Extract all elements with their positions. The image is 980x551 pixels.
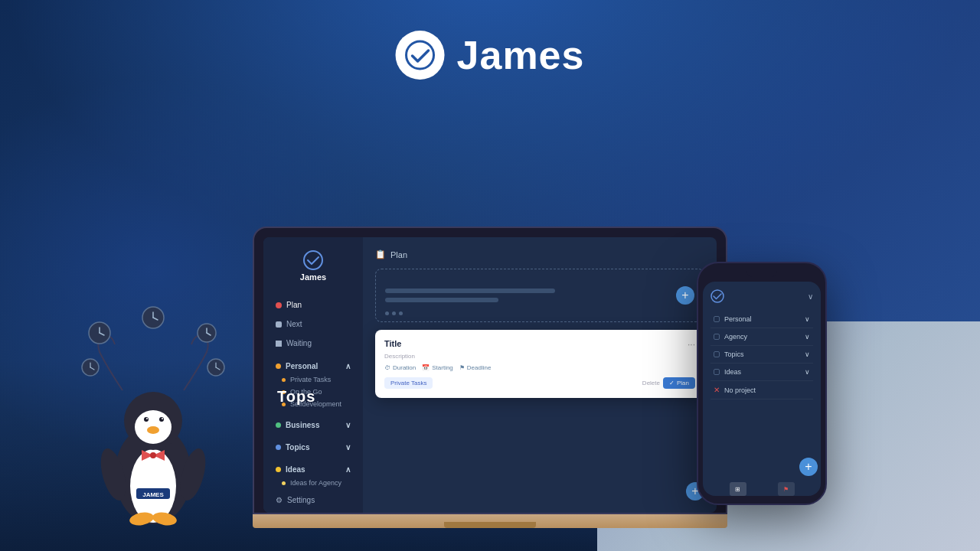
- phone-topics-chevron: ∨: [805, 350, 810, 358]
- phone-nav-menu[interactable]: ⚑: [778, 482, 795, 496]
- delete-button[interactable]: Delete: [642, 377, 660, 389]
- penguin-body: JAMES: [92, 344, 214, 536]
- phone-menu-icon: ⚑: [783, 486, 789, 493]
- app-header: James: [396, 31, 585, 80]
- sidebar-topics-label: Topics: [286, 443, 309, 452]
- task-dots: [385, 311, 403, 315]
- private-tasks-button[interactable]: Private Tasks: [384, 377, 433, 389]
- task-line-1: [385, 289, 555, 293]
- sidebar-item-plan[interactable]: Plan: [270, 297, 357, 313]
- sidebar-settings-label: Settings: [287, 496, 315, 504]
- task-dot-1: [385, 311, 389, 315]
- plan-check-icon: ✓: [669, 380, 675, 386]
- sidebar-business-header[interactable]: Business ∨: [270, 418, 357, 432]
- laptop-container: James Plan Next ≡ Waiting: [253, 227, 727, 528]
- phone-ideas-checkbox: [714, 369, 720, 375]
- sidebar-personal-label: Personal: [286, 362, 318, 370]
- penguin-container: JAMES: [77, 291, 230, 536]
- logo-icon: [396, 31, 445, 80]
- tops-label: Tops: [277, 388, 315, 406]
- phone-nav-home[interactable]: ⊞: [730, 482, 746, 496]
- app-sidebar: James Plan Next ≡ Waiting: [263, 237, 363, 513]
- phone-app-header: ∨: [710, 289, 813, 303]
- sidebar-logo: James: [270, 249, 357, 282]
- phone-ideas-chevron: ∨: [805, 368, 810, 376]
- topics-chevron-icon: ∨: [345, 443, 351, 452]
- deadline-label: Deadline: [467, 364, 492, 371]
- phone-notch: [746, 271, 777, 277]
- add-task-button[interactable]: +: [676, 286, 694, 305]
- phone-add-button[interactable]: +: [799, 458, 818, 476]
- sidebar-item-next[interactable]: Next: [270, 316, 357, 332]
- phone-home-icon: ⊞: [735, 486, 740, 493]
- plan-button[interactable]: ✓ Plan: [663, 377, 695, 389]
- sidebar-ideas-agency[interactable]: Ideas for Agency: [270, 477, 357, 489]
- sidebar-waiting-label: Waiting: [286, 339, 312, 347]
- laptop-screen: James Plan Next ≡ Waiting: [253, 227, 727, 514]
- phone-list-ideas[interactable]: Ideas ∨: [710, 364, 813, 381]
- flag-icon: ⚑: [459, 364, 465, 371]
- task-fields-row: ⏱ Duration 📅 Starting ⚑ Deadline: [384, 364, 695, 371]
- sidebar-next-label: Next: [286, 320, 302, 328]
- phone: ∨ Personal ∨ Agency ∨ Topi: [697, 262, 827, 505]
- sidebar-topics-header[interactable]: Topics ∨: [270, 440, 357, 455]
- phone-container: ∨ Personal ∨ Agency ∨ Topi: [697, 262, 827, 505]
- phone-topics-checkbox: [714, 351, 720, 357]
- business-dot: [276, 422, 281, 428]
- svg-point-19: [130, 449, 176, 523]
- svg-point-0: [407, 41, 434, 69]
- main-header-label: Plan: [390, 250, 407, 259]
- svg-point-24: [144, 417, 149, 422]
- starting-label: Starting: [432, 364, 453, 371]
- business-chevron-icon: ∨: [345, 421, 351, 429]
- phone-list-personal[interactable]: Personal ∨: [710, 311, 813, 328]
- svg-point-28: [147, 426, 159, 434]
- duration-icon: ⏱: [384, 364, 390, 371]
- sidebar-logo-text: James: [300, 272, 326, 282]
- phone-noproject-label: No project: [724, 386, 756, 394]
- main-header-icon: 📋: [375, 249, 386, 259]
- task-starting-field[interactable]: 📅 Starting: [422, 364, 453, 371]
- task-dot-3: [399, 311, 403, 315]
- sidebar-plan-label: Plan: [286, 301, 302, 309]
- task-actions: Private Tasks Delete ✓ Plan: [384, 377, 695, 389]
- laptop-screen-inner: James Plan Next ≡ Waiting: [263, 237, 717, 513]
- sidebar-settings[interactable]: ⚙ Settings: [270, 492, 357, 508]
- sidebar-item-waiting[interactable]: ≡ Waiting: [270, 335, 357, 351]
- phone-list-agency[interactable]: Agency ∨: [710, 328, 813, 346]
- phone-topics-left: Topics: [714, 350, 744, 358]
- task-lines: [385, 289, 668, 302]
- personal-chevron-icon: ∧: [345, 362, 351, 370]
- task-duration-field: ⏱ Duration: [384, 364, 416, 371]
- private-dot: [282, 378, 286, 382]
- phone-ideas-left: Ideas: [714, 368, 741, 376]
- svg-point-26: [146, 418, 148, 419]
- sidebar-section-business: Business ∨: [270, 418, 357, 432]
- task-detail-card: Title ··· Description ⏱ Duration 📅 Start…: [375, 330, 704, 398]
- task-menu-icon[interactable]: ···: [688, 339, 695, 350]
- sidebar-personal-header[interactable]: Personal ∧: [270, 359, 357, 373]
- sidebar-private-label: Private Tasks: [290, 376, 331, 383]
- phone-agency-left: Agency: [714, 333, 747, 341]
- sidebar-ideas-header[interactable]: Ideas ∧: [270, 462, 357, 477]
- task-detail-header: Title ···: [384, 339, 695, 350]
- phone-agency-label: Agency: [724, 333, 747, 341]
- svg-point-1: [304, 251, 322, 269]
- plan-dot: [276, 302, 282, 308]
- phone-ideas-label: Ideas: [724, 368, 741, 376]
- topics-dot: [276, 445, 281, 450]
- task-title: Title: [384, 339, 401, 348]
- waiting-icon: ≡: [276, 341, 282, 347]
- settings-icon: ⚙: [276, 496, 283, 504]
- phone-topics-label: Topics: [724, 350, 744, 358]
- task-line-2: [385, 298, 498, 302]
- phone-noproject-left: ✕ No project: [714, 386, 756, 394]
- calendar-icon: 📅: [422, 364, 430, 371]
- sidebar-section-topics: Topics ∨: [270, 440, 357, 455]
- phone-logo-icon: [710, 289, 724, 303]
- phone-list-noproject[interactable]: ✕ No project: [710, 381, 813, 399]
- phone-list-topics[interactable]: Topics ∨: [710, 346, 813, 364]
- svg-point-27: [162, 418, 163, 419]
- task-deadline-field[interactable]: ⚑ Deadline: [459, 364, 492, 371]
- sidebar-private-tasks[interactable]: Private Tasks: [270, 373, 357, 386]
